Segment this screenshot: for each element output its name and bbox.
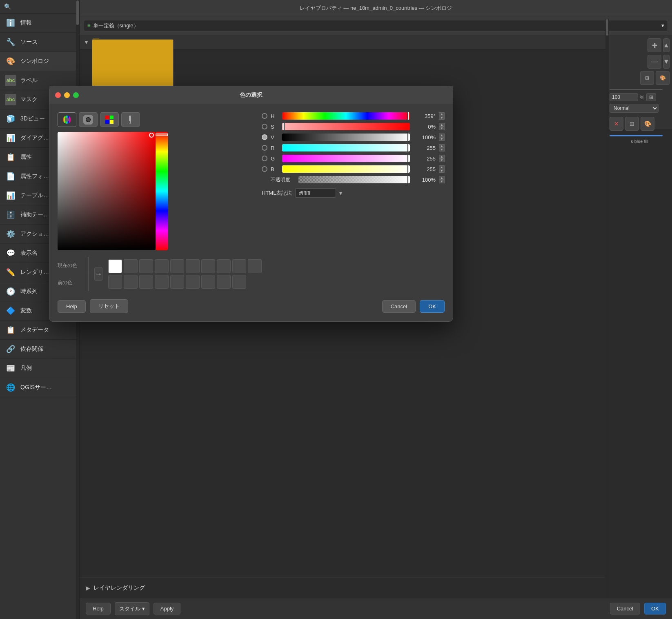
color-gradient[interactable] [58, 132, 156, 250]
r-spinners[interactable]: ▲ ▼ [439, 144, 445, 151]
tab-grid[interactable] [100, 112, 119, 127]
sidebar-item-source[interactable]: 🔧 ソース [0, 33, 79, 52]
dialog-ok-button[interactable]: OK [420, 300, 445, 313]
swatch-cell[interactable] [170, 275, 184, 289]
b-spinners[interactable]: ▲ ▼ [439, 165, 445, 173]
r-up[interactable]: ▲ [439, 144, 445, 148]
opacity-input[interactable] [610, 93, 638, 101]
html-dropdown-button[interactable]: ▾ [339, 190, 342, 196]
dialog-help-button[interactable]: Help [58, 300, 86, 313]
s-slider-track[interactable] [282, 123, 410, 130]
ok-button[interactable]: OK [644, 603, 666, 615]
swatch-cell[interactable] [108, 275, 122, 289]
v-slider-track[interactable] [282, 134, 410, 141]
g-spinners[interactable]: ▲ ▼ [439, 155, 445, 162]
opacity-spinner[interactable]: ⊞ [646, 93, 656, 101]
tab-eyedropper[interactable] [121, 112, 140, 127]
swatch-cell[interactable] [155, 275, 169, 289]
maximize-button[interactable] [73, 92, 79, 98]
v-up[interactable]: ▲ [439, 134, 445, 137]
opacity-up[interactable]: ▲ [439, 176, 445, 180]
tab-color-wheel[interactable] [58, 112, 76, 127]
swatch-cell[interactable] [186, 259, 200, 273]
hue-slider[interactable] [156, 132, 168, 250]
sidebar-item-dependencies[interactable]: 🔗 依存関係 [0, 340, 79, 359]
s-down[interactable]: ▼ [439, 127, 445, 130]
expand-button[interactable]: ⊞ [625, 117, 639, 131]
opacity-slider-track[interactable] [298, 176, 410, 183]
scrollbar-right[interactable]: ▲ [663, 38, 670, 52]
sidebar-item-qgis[interactable]: 🌐 QGISサー… [0, 378, 79, 397]
r-slider-track[interactable] [282, 144, 410, 151]
rendering-arrow[interactable]: ▶ [86, 585, 90, 591]
swatch-cell[interactable] [248, 259, 262, 273]
swatch-cell[interactable] [186, 275, 200, 289]
swatch-white[interactable] [108, 259, 122, 273]
grid-button[interactable]: ⊞ [640, 71, 654, 85]
v-down[interactable]: ▼ [439, 137, 445, 141]
v-spinners[interactable]: ▲ ▼ [439, 134, 445, 141]
s-up[interactable]: ▲ [439, 123, 445, 127]
scrollbar-right-down[interactable]: ▼ [663, 55, 670, 69]
add-layer-button[interactable]: ✚ [648, 38, 661, 52]
swatch-cell[interactable] [232, 259, 246, 273]
close-button[interactable] [55, 92, 61, 98]
s-spinners[interactable]: ▲ ▼ [439, 123, 445, 130]
sidebar-item-metadata[interactable]: 📋 メタデータ [0, 321, 79, 340]
swatch-cell[interactable] [124, 275, 138, 289]
r-down[interactable]: ▼ [439, 148, 445, 151]
b-down[interactable]: ▼ [439, 169, 445, 173]
g-radio[interactable] [262, 156, 267, 161]
swatch-cell[interactable] [139, 259, 153, 273]
blend-select[interactable]: Normal [610, 104, 659, 113]
swatch-cell[interactable] [124, 259, 138, 273]
color-palette-button[interactable]: 🎨 [641, 117, 654, 131]
swatch-cell[interactable] [217, 275, 231, 289]
html-input[interactable] [295, 188, 336, 198]
main-color-swatch[interactable] [610, 89, 663, 90]
swatch-cell[interactable] [201, 275, 215, 289]
palette-button[interactable]: 🎨 [656, 71, 670, 85]
sidebar-search[interactable]: 🔍 [0, 0, 79, 13]
help-button[interactable]: Help [86, 603, 111, 615]
close-symbol-button[interactable]: ✕ [610, 117, 623, 131]
apply-button[interactable]: Apply [154, 603, 181, 615]
minimize-button[interactable] [64, 92, 70, 98]
g-down[interactable]: ▼ [439, 158, 445, 162]
sidebar-item-legend[interactable]: 📰 凡例 [0, 359, 79, 378]
remove-layer-button[interactable]: — [648, 55, 661, 69]
s-radio[interactable] [262, 124, 267, 129]
b-up[interactable]: ▲ [439, 165, 445, 169]
swatch-cell[interactable] [155, 259, 169, 273]
h-spinners[interactable]: ▲ ▼ [439, 112, 445, 120]
swatch-cell[interactable] [139, 275, 153, 289]
sidebar-item-info[interactable]: ℹ️ 情報 [0, 13, 79, 33]
swatch-cell[interactable] [217, 259, 231, 273]
opacity-down[interactable]: ▼ [439, 180, 445, 183]
dialog-reset-button[interactable]: リセット [90, 299, 128, 313]
opacity-spinners[interactable]: ▲ ▼ [439, 176, 445, 183]
g-slider-track[interactable] [282, 155, 410, 162]
g-up[interactable]: ▲ [439, 155, 445, 158]
main-scrollbar[interactable] [605, 19, 609, 598]
h-radio[interactable] [262, 113, 267, 119]
v-radio[interactable] [262, 134, 267, 140]
tab-hsl-wheel[interactable] [79, 112, 98, 127]
r-radio[interactable] [262, 145, 267, 151]
color-gradient-container[interactable] [58, 132, 168, 250]
blue-swatch[interactable] [610, 135, 663, 136]
symbology-mode-select[interactable]: ≡ 単一定義（single） ▾ [84, 20, 668, 31]
swatch-cell[interactable] [170, 259, 184, 273]
h-up[interactable]: ▲ [439, 112, 445, 116]
set-previous-color-button[interactable]: → [94, 267, 102, 281]
sidebar-item-symbology[interactable]: 🎨 シンボロジ [0, 52, 79, 71]
h-down[interactable]: ▼ [439, 116, 445, 120]
cancel-button[interactable]: Cancel [610, 603, 640, 615]
b-radio[interactable] [262, 166, 267, 172]
swatch-cell[interactable] [201, 259, 215, 273]
style-button[interactable]: スタイル ▾ [115, 602, 149, 615]
dialog-cancel-button[interactable]: Cancel [382, 300, 416, 313]
h-slider-track[interactable] [282, 112, 410, 120]
b-slider-track[interactable] [282, 165, 410, 173]
swatch-cell[interactable] [232, 275, 246, 289]
